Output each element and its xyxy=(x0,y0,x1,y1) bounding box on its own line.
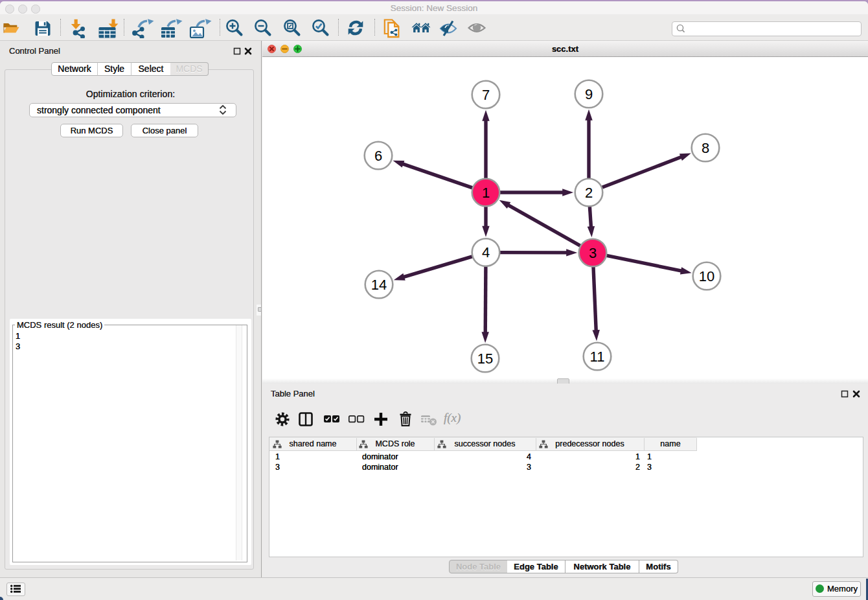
svg-text:10: 10 xyxy=(699,268,714,284)
svg-text:15: 15 xyxy=(477,351,493,367)
svg-text:4: 4 xyxy=(482,244,490,260)
svg-text:9: 9 xyxy=(585,86,593,102)
svg-text:3: 3 xyxy=(589,245,597,261)
svg-text:14: 14 xyxy=(371,277,387,293)
svg-text:1: 1 xyxy=(482,185,490,201)
svg-text:11: 11 xyxy=(590,349,605,365)
svg-text:2: 2 xyxy=(585,185,593,201)
svg-text:7: 7 xyxy=(482,87,490,103)
svg-text:6: 6 xyxy=(374,148,382,164)
svg-text:8: 8 xyxy=(702,140,709,156)
